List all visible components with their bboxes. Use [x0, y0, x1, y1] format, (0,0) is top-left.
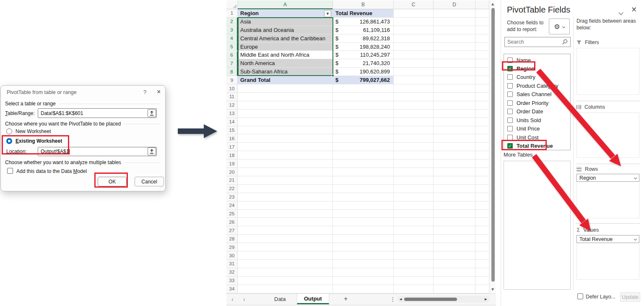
cell-E24[interactable]	[475, 201, 489, 210]
radio-new-worksheet[interactable]	[6, 128, 12, 134]
cell-C4[interactable]	[394, 34, 434, 43]
data-model-label[interactable]: Add this data to the Data Model	[16, 168, 87, 174]
cell-C24[interactable]	[394, 201, 434, 210]
cell-C17[interactable]	[394, 143, 434, 151]
cell-C9[interactable]	[394, 76, 434, 84]
cell-A21[interactable]	[238, 176, 333, 185]
cell-E3[interactable]	[475, 26, 489, 34]
resize-grip[interactable]: ⋰	[159, 186, 164, 190]
cell-A3[interactable]: Australia and Oceania	[238, 26, 333, 34]
cancel-button[interactable]: Cancel	[135, 177, 164, 186]
column-header-B[interactable]: B	[333, 0, 394, 9]
cell-B32[interactable]	[333, 268, 394, 277]
cell-A23[interactable]	[238, 193, 333, 201]
field-item-order-date[interactable]: Order Date	[504, 107, 570, 116]
help-icon[interactable]: ?	[143, 89, 146, 95]
cell-A26[interactable]	[238, 218, 333, 227]
unchecked-checkbox-icon[interactable]	[507, 118, 513, 123]
cell-D1[interactable]	[434, 9, 475, 18]
field-item-unit-cost[interactable]: Unit Cost	[504, 133, 570, 141]
cell-D16[interactable]	[434, 135, 475, 143]
cell-D27[interactable]	[434, 226, 475, 235]
row-header-33[interactable]: 33	[226, 277, 238, 285]
row-header-8[interactable]: 8	[226, 68, 238, 76]
cell-A31[interactable]	[238, 260, 333, 268]
ok-button[interactable]: OK	[98, 177, 127, 186]
horizontal-scroll-thumb[interactable]	[404, 298, 457, 301]
cell-B23[interactable]	[333, 193, 394, 201]
cell-C7[interactable]	[394, 59, 434, 68]
cell-E30[interactable]	[475, 251, 489, 260]
cell-C2[interactable]	[394, 18, 434, 26]
cell-B3[interactable]: $61,109,116	[333, 26, 394, 34]
add-sheet-icon[interactable]: +	[344, 295, 348, 303]
row-header-23[interactable]: 23	[226, 193, 238, 201]
cell-C18[interactable]	[394, 151, 434, 160]
tools-button[interactable]: ⚙	[549, 18, 570, 34]
unchecked-checkbox-icon[interactable]	[507, 126, 513, 131]
cell-D23[interactable]	[434, 193, 475, 201]
cell-E33[interactable]	[475, 277, 489, 285]
search-input[interactable]: Search	[504, 37, 571, 47]
cell-E17[interactable]	[475, 143, 489, 151]
more-tables-link[interactable]: More Tables...	[504, 152, 537, 158]
vertical-scrollbar[interactable]: ▲ ▼	[490, 0, 496, 293]
cell-E1[interactable]	[475, 9, 489, 18]
table-range-input[interactable]: Data!$A$1:$K$601	[38, 108, 157, 118]
cell-D18[interactable]	[434, 151, 475, 160]
update-button[interactable]: Update	[620, 292, 640, 302]
row-header-3[interactable]: 3	[226, 26, 238, 34]
cell-B21[interactable]	[333, 176, 394, 185]
row-header-11[interactable]: 11	[226, 93, 238, 101]
cell-D21[interactable]	[434, 176, 475, 185]
cell-A19[interactable]	[238, 160, 333, 168]
field-item-region[interactable]: ✓Region	[504, 64, 570, 73]
unchecked-checkbox-icon[interactable]	[507, 100, 513, 106]
defer-layout-checkbox[interactable]	[577, 293, 583, 299]
field-item-unit-price[interactable]: Unit Price	[504, 125, 570, 133]
column-header-D[interactable]: D	[434, 0, 475, 9]
sheet-tab-output[interactable]: Output	[297, 294, 329, 304]
cell-A11[interactable]	[238, 93, 333, 101]
pane-close-icon[interactable]: ×	[631, 5, 637, 13]
row-header-24[interactable]: 24	[226, 201, 238, 210]
sheet-tab-data[interactable]: Data	[267, 294, 292, 304]
cell-A12[interactable]	[238, 101, 333, 110]
field-item-total-revenue[interactable]: ✓Total Revenue	[504, 142, 570, 150]
radio-existing-worksheet[interactable]	[6, 138, 12, 144]
cell-B20[interactable]	[333, 168, 394, 176]
location-range-picker-button[interactable]	[148, 147, 156, 155]
cell-C25[interactable]	[394, 210, 434, 218]
row-header-18[interactable]: 18	[226, 151, 238, 160]
unchecked-checkbox-icon[interactable]	[507, 92, 513, 97]
unchecked-checkbox-icon[interactable]	[507, 109, 513, 114]
cell-A10[interactable]	[238, 84, 333, 93]
pivot-filter-dropdown[interactable]: ▼	[324, 10, 331, 17]
cell-E18[interactable]	[475, 151, 489, 160]
cell-A5[interactable]: Europe	[238, 43, 333, 51]
pane-collapse-icon[interactable]	[619, 8, 623, 16]
field-item-sales-channel[interactable]: Sales Channel	[504, 90, 570, 99]
cell-D10[interactable]	[434, 84, 475, 93]
cell-A13[interactable]	[238, 110, 333, 118]
cell-D25[interactable]	[434, 210, 475, 218]
cell-B17[interactable]	[333, 143, 394, 151]
row-header-20[interactable]: 20	[226, 168, 238, 176]
cell-D2[interactable]	[434, 18, 475, 26]
checked-checkbox-icon[interactable]: ✓	[507, 143, 513, 149]
horizontal-scrollbar[interactable]: ◀ ▶	[397, 296, 490, 303]
cell-A34[interactable]	[238, 285, 333, 293]
cell-B6[interactable]: $110,245,297	[333, 51, 394, 60]
cell-D15[interactable]	[434, 126, 475, 135]
cell-B13[interactable]	[333, 110, 394, 118]
cell-A1[interactable]: Region	[238, 9, 333, 18]
data-model-checkbox[interactable]	[7, 168, 13, 174]
cell-C15[interactable]	[394, 126, 434, 135]
tab-nav-right-icon[interactable]: ›	[243, 296, 245, 303]
cell-C16[interactable]	[394, 135, 434, 143]
field-item-units-sold[interactable]: Units Sold	[504, 116, 570, 124]
cell-B16[interactable]	[333, 135, 394, 143]
row-header-28[interactable]: 28	[226, 235, 238, 243]
cell-C26[interactable]	[394, 218, 434, 227]
row-header-32[interactable]: 32	[226, 268, 238, 277]
